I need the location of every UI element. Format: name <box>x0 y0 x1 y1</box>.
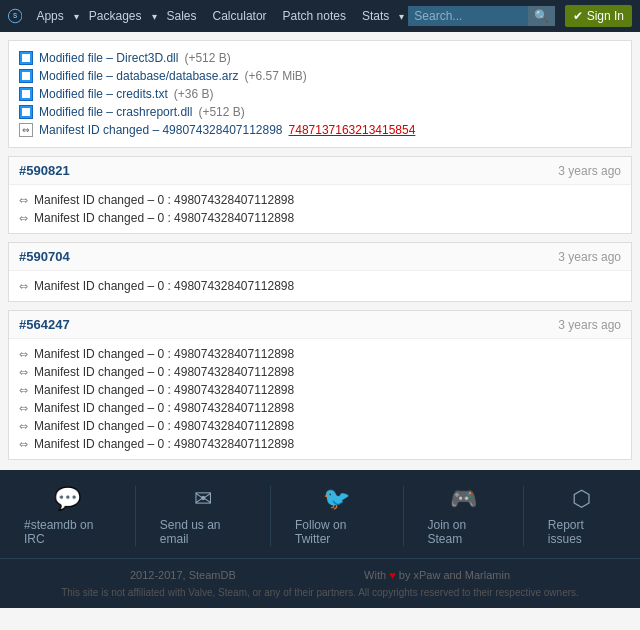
manifest-arrow-icon: ⇔ <box>19 402 28 415</box>
file-row-2: Modified file – credits.txt (+36 B) <box>19 85 621 103</box>
footer-link-email-label: Send us an email <box>160 518 246 546</box>
change-header-564247: #564247 3 years ago <box>9 311 631 339</box>
change-time-590821: 3 years ago <box>558 164 621 178</box>
manifest-value-4: 7487137163213415854 <box>289 123 416 137</box>
manifest-arrow-icon: ⇔ <box>19 212 28 225</box>
manifest-text-590821-1: Manifest ID changed – 0 : 49807432840711… <box>34 211 294 225</box>
manifest-text-564247-5: Manifest ID changed – 0 : 49807432840711… <box>34 437 294 451</box>
file-name-0: Modified file – Direct3D.dll <box>39 51 178 65</box>
file-size-3: (+512 B) <box>198 105 244 119</box>
manifest-row-590704-0: ⇔ Manifest ID changed – 0 : 498074328407… <box>19 277 621 295</box>
file-row-0: Modified file – Direct3D.dll (+512 B) <box>19 49 621 67</box>
footer-link-issues[interactable]: ⬡ Report issues <box>524 486 640 546</box>
footer-copyright-left: 2012-2017, SteamDB <box>130 569 236 581</box>
file-changes-block: Modified file – Direct3D.dll (+512 B) Mo… <box>8 40 632 148</box>
manifest-name-4: Manifest ID changed – 498074328407112898 <box>39 123 283 137</box>
manifest-arrow-icon: ⇔ <box>19 384 28 397</box>
footer-disclaimer: This site is not affiliated with Valve, … <box>0 587 640 598</box>
footer-link-irc-label: #steamdb on IRC <box>24 518 111 546</box>
manifest-arrow-icon-4: ⇔ <box>19 123 33 137</box>
file-modified-icon-1 <box>19 69 33 83</box>
footer-link-twitter[interactable]: 🐦 Follow on Twitter <box>271 486 403 546</box>
email-icon: ✉ <box>194 486 212 512</box>
manifest-text-564247-3: Manifest ID changed – 0 : 49807432840711… <box>34 401 294 415</box>
manifest-row-564247-4: ⇔ Manifest ID changed – 0 : 498074328407… <box>19 417 621 435</box>
file-row-1: Modified file – database/database.arz (+… <box>19 67 621 85</box>
file-size-1: (+6.57 MiB) <box>244 69 306 83</box>
footer: 💬 #steamdb on IRC ✉ Send us an email 🐦 F… <box>0 470 640 608</box>
manifest-row-564247-1: ⇔ Manifest ID changed – 0 : 498074328407… <box>19 363 621 381</box>
change-time-564247: 3 years ago <box>558 318 621 332</box>
file-row-4: ⇔ Manifest ID changed – 4980743284071128… <box>19 121 621 139</box>
navbar: S Apps ▾ Packages ▾ Sales Calculator Pat… <box>0 0 640 32</box>
footer-links: 💬 #steamdb on IRC ✉ Send us an email 🐦 F… <box>0 486 640 559</box>
manifest-row-590821-0: ⇔ Manifest ID changed – 0 : 498074328407… <box>19 191 621 209</box>
manifest-text-590704-0: Manifest ID changed – 0 : 49807432840711… <box>34 279 294 293</box>
file-modified-icon-0 <box>19 51 33 65</box>
manifest-row-590821-1: ⇔ Manifest ID changed – 0 : 498074328407… <box>19 209 621 227</box>
footer-link-twitter-label: Follow on Twitter <box>295 518 378 546</box>
change-header-590704: #590704 3 years ago <box>9 243 631 271</box>
manifest-row-564247-5: ⇔ Manifest ID changed – 0 : 498074328407… <box>19 435 621 453</box>
manifest-text-564247-2: Manifest ID changed – 0 : 49807432840711… <box>34 383 294 397</box>
manifest-arrow-icon: ⇔ <box>19 438 28 451</box>
manifest-row-564247-0: ⇔ Manifest ID changed – 0 : 498074328407… <box>19 345 621 363</box>
search-input[interactable] <box>408 6 528 26</box>
change-header-590821: #590821 3 years ago <box>9 157 631 185</box>
footer-bottom: 2012-2017, SteamDB With ♥ by xPaw and Ma… <box>0 559 640 581</box>
nav-stats[interactable]: Stats <box>356 5 395 27</box>
nav-apps[interactable]: Apps <box>30 5 69 27</box>
steam-icon: 🎮 <box>450 486 477 512</box>
chat-icon: 💬 <box>54 486 81 512</box>
footer-link-steam-label: Join on Steam <box>428 518 499 546</box>
change-body-564247: ⇔ Manifest ID changed – 0 : 498074328407… <box>9 339 631 459</box>
file-size-0: (+512 B) <box>184 51 230 65</box>
nav-packages-arrow: ▾ <box>152 11 157 22</box>
manifest-row-564247-3: ⇔ Manifest ID changed – 0 : 498074328407… <box>19 399 621 417</box>
nav-patch-notes[interactable]: Patch notes <box>277 5 352 27</box>
steamdb-logo: S <box>8 2 22 30</box>
footer-link-issues-label: Report issues <box>548 518 616 546</box>
nav-apps-arrow: ▾ <box>74 11 79 22</box>
manifest-arrow-icon: ⇔ <box>19 366 28 379</box>
file-size-2: (+36 B) <box>174 87 214 101</box>
change-id-590704[interactable]: #590704 <box>19 249 70 264</box>
footer-copyright-right-post: by xPaw and Marlamin <box>396 569 510 581</box>
file-modified-icon-2 <box>19 87 33 101</box>
signin-button[interactable]: ✔ Sign In <box>565 5 632 27</box>
manifest-text-590821-0: Manifest ID changed – 0 : 49807432840711… <box>34 193 294 207</box>
change-block-564247: #564247 3 years ago ⇔ Manifest ID change… <box>8 310 632 460</box>
manifest-row-564247-2: ⇔ Manifest ID changed – 0 : 498074328407… <box>19 381 621 399</box>
nav-packages[interactable]: Packages <box>83 5 148 27</box>
main-content: Modified file – Direct3D.dll (+512 B) Mo… <box>0 40 640 460</box>
search-button[interactable]: 🔍 <box>528 6 555 26</box>
change-body-590704: ⇔ Manifest ID changed – 0 : 498074328407… <box>9 271 631 301</box>
manifest-text-564247-4: Manifest ID changed – 0 : 49807432840711… <box>34 419 294 433</box>
nav-stats-arrow: ▾ <box>399 11 404 22</box>
svg-text:S: S <box>13 12 17 19</box>
nav-sales[interactable]: Sales <box>161 5 203 27</box>
change-block-590704: #590704 3 years ago ⇔ Manifest ID change… <box>8 242 632 302</box>
twitter-icon: 🐦 <box>323 486 350 512</box>
manifest-arrow-icon: ⇔ <box>19 194 28 207</box>
footer-link-irc[interactable]: 💬 #steamdb on IRC <box>0 486 136 546</box>
change-body-590821: ⇔ Manifest ID changed – 0 : 498074328407… <box>9 185 631 233</box>
file-name-2: Modified file – credits.txt <box>39 87 168 101</box>
file-row-3: Modified file – crashreport.dll (+512 B) <box>19 103 621 121</box>
github-icon: ⬡ <box>572 486 591 512</box>
nav-calculator[interactable]: Calculator <box>207 5 273 27</box>
footer-link-steam[interactable]: 🎮 Join on Steam <box>404 486 524 546</box>
change-id-590821[interactable]: #590821 <box>19 163 70 178</box>
file-name-3: Modified file – crashreport.dll <box>39 105 192 119</box>
manifest-text-564247-0: Manifest ID changed – 0 : 49807432840711… <box>34 347 294 361</box>
file-name-1: Modified file – database/database.arz <box>39 69 238 83</box>
change-id-564247[interactable]: #564247 <box>19 317 70 332</box>
change-time-590704: 3 years ago <box>558 250 621 264</box>
footer-link-email[interactable]: ✉ Send us an email <box>136 486 271 546</box>
manifest-arrow-icon: ⇔ <box>19 420 28 433</box>
file-modified-icon-3 <box>19 105 33 119</box>
manifest-arrow-icon: ⇔ <box>19 280 28 293</box>
footer-copyright-right-pre: With <box>364 569 389 581</box>
manifest-arrow-icon: ⇔ <box>19 348 28 361</box>
change-block-590821: #590821 3 years ago ⇔ Manifest ID change… <box>8 156 632 234</box>
